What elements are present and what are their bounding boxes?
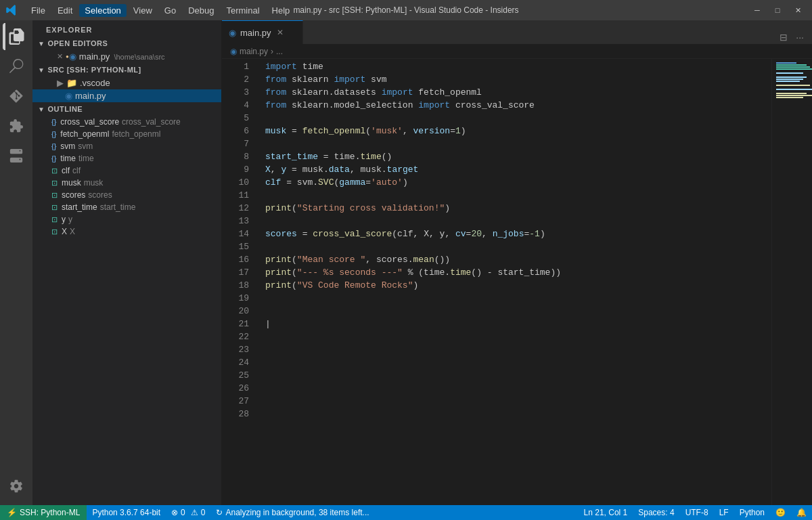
vscode-folder[interactable]: ▶ 📁 .vscode [32, 77, 221, 89]
outline-name4: time [60, 154, 76, 163]
warning-icon: ⚠ [191, 508, 198, 517]
outline-type9: y [68, 215, 72, 224]
tab-bar: ◉ main.py ✕ ⊟ ··· [222, 20, 812, 44]
split-editor-button[interactable]: ⊟ [777, 30, 790, 44]
outline-name5: clf [62, 166, 70, 175]
menu-terminal[interactable]: Terminal [221, 4, 265, 17]
main-py-file[interactable]: ◉ main.py [32, 89, 221, 102]
status-encoding[interactable]: UTF-8 [680, 505, 714, 520]
code-line-14: scores = cross_val_score(clf, X, y, cv=2… [254, 228, 771, 240]
outline-svm[interactable]: {} svm svm [32, 140, 221, 152]
outline-scores[interactable]: ⊡ scores scores [32, 189, 221, 201]
status-spaces[interactable]: Spaces: 4 [633, 505, 679, 520]
activity-git[interactable] [3, 83, 30, 110]
code-line-4: from sklearn.model_selection import cros… [254, 99, 771, 112]
outline-name3: svm [60, 142, 75, 151]
status-analyzing: ↻ Analyzing in background, 38 items left… [210, 505, 374, 520]
outline-cross-val-score[interactable]: {} cross_val_score cross_val_score [32, 116, 221, 128]
src-section-header[interactable]: ▼ SRC [SSH: PYTHON-ML] [32, 63, 221, 77]
outline-time[interactable]: {} time time [32, 152, 221, 165]
code-line-7 [254, 137, 771, 150]
code-line-19 [254, 292, 771, 305]
activity-search[interactable] [3, 53, 30, 80]
code-line-13 [254, 215, 771, 228]
status-cursor[interactable]: Ln 21, Col 1 [579, 505, 633, 520]
breadcrumb-file-icon: ◉ [230, 47, 237, 56]
code-line-23 [254, 343, 771, 356]
language-label: Python [740, 508, 765, 517]
outline-type10: X [70, 227, 75, 236]
tab-label: main.py [240, 28, 271, 38]
maximize-button[interactable]: □ [769, 3, 786, 17]
open-editors-chevron: ▼ [38, 40, 45, 47]
status-smiley[interactable]: 🙂 [770, 505, 791, 520]
menu-go[interactable]: Go [159, 4, 181, 17]
code-content[interactable]: import time from sklearn import svm from… [254, 59, 771, 505]
outline-y[interactable]: ⊡ y y [32, 213, 221, 225]
tab-main-py[interactable]: ◉ main.py ✕ [222, 20, 303, 44]
close-button[interactable]: ✕ [789, 3, 807, 17]
status-language[interactable]: Python [734, 505, 770, 520]
tab-close-button[interactable]: ✕ [275, 27, 285, 38]
code-line-12: print("Starting cross validation!") [254, 202, 771, 215]
outline-x[interactable]: ⊡ X X [32, 225, 221, 238]
code-editor[interactable]: 12345 678910 1112131415 1617181920 21222… [222, 59, 812, 505]
outline-name8: start_time [62, 202, 97, 212]
menu-edit[interactable]: Edit [52, 4, 78, 17]
spaces-label: Spaces: 4 [638, 508, 674, 517]
explorer-title: EXPLORER [32, 20, 221, 37]
window-controls: ─ □ ✕ [748, 3, 807, 17]
code-line-11 [254, 189, 771, 202]
close-editor-icon[interactable]: ✕ [57, 52, 63, 61]
status-notification[interactable]: 🔔 [791, 505, 812, 520]
code-line-24 [254, 356, 771, 369]
python-version-label: Python 3.6.7 64-bit [92, 508, 160, 517]
outline-name10: X [62, 227, 67, 236]
outline-header[interactable]: ▼ OUTLINE [32, 102, 221, 116]
status-python-version[interactable]: Python 3.6.7 64-bit [87, 505, 166, 520]
breadcrumb-symbol[interactable]: ... [276, 47, 283, 56]
cursor-position: Ln 21, Col 1 [584, 508, 628, 517]
outline-fetch-openml[interactable]: {} fetch_openml fetch_openml [32, 128, 221, 140]
outline-fn-icon: {} [51, 118, 56, 126]
activity-remote[interactable] [3, 142, 30, 169]
content-area: EXPLORER ▼ OPEN EDITORS ✕ ● ◉ main.py \h… [0, 20, 812, 505]
activity-settings[interactable] [3, 473, 30, 500]
status-errors[interactable]: ⊗ 0 ⚠ 0 [166, 505, 210, 520]
activity-extensions[interactable] [3, 112, 30, 139]
vscode-logo [5, 4, 18, 16]
outline-clf[interactable]: ⊡ clf clf [32, 165, 221, 177]
vscode-folder-name: .vscode [80, 78, 110, 88]
code-line-6: musk = fetch_openml('musk', version=1) [254, 125, 771, 137]
open-editors-label: OPEN EDITORS [47, 39, 108, 47]
src-chevron: ▼ [38, 66, 45, 74]
status-bar: ⚡ SSH: Python-ML Python 3.6.7 64-bit ⊗ 0… [0, 505, 812, 520]
breadcrumb: ◉ main.py › ... [222, 44, 812, 59]
open-editor-main-py[interactable]: ✕ ● ◉ main.py \home\sana\src [32, 50, 221, 63]
outline-name7: scores [62, 190, 85, 200]
outline-label: OUTLINE [47, 105, 83, 113]
code-line-22 [254, 330, 771, 343]
menu-help[interactable]: Help [267, 4, 296, 17]
outline-musk[interactable]: ⊡ musk musk [32, 177, 221, 189]
status-remote[interactable]: ⚡ SSH: Python-ML [0, 505, 87, 520]
menu-file[interactable]: File [26, 4, 51, 17]
activity-explorer[interactable] [3, 23, 30, 50]
code-line-16: print("Mean score ", scores.mean()) [254, 253, 771, 266]
activity-bar [0, 20, 32, 505]
outline-start-time[interactable]: ⊡ start_time start_time [32, 201, 221, 213]
encoding-label: UTF-8 [685, 508, 708, 517]
outline-var-icon3: ⊡ [51, 191, 58, 200]
breadcrumb-filename[interactable]: main.py [240, 47, 268, 56]
menu-selection[interactable]: Selection [79, 4, 126, 17]
menu-debug[interactable]: Debug [183, 4, 219, 17]
status-line-ending[interactable]: LF [714, 505, 734, 520]
folder-icon: 📁 [66, 78, 77, 88]
sidebar: EXPLORER ▼ OPEN EDITORS ✕ ● ◉ main.py \h… [32, 20, 222, 505]
outline-fn-icon4: {} [51, 154, 56, 162]
open-editors-header[interactable]: ▼ OPEN EDITORS [32, 37, 221, 50]
minimize-button[interactable]: ─ [748, 3, 766, 17]
more-actions-button[interactable]: ··· [793, 30, 807, 44]
menu-view[interactable]: View [128, 4, 158, 17]
code-line-2: from sklearn import svm [254, 73, 771, 86]
